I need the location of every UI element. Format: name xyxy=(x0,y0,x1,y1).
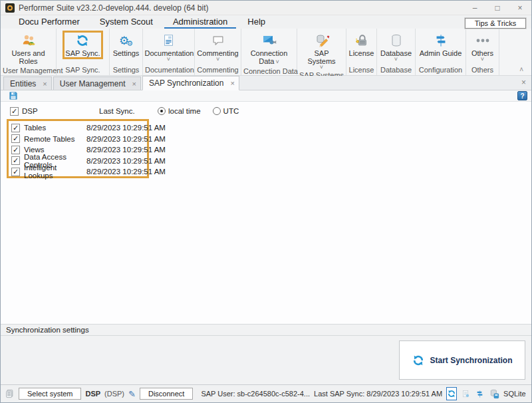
ribbon-group-others: Others˅ Others xyxy=(466,29,499,75)
intelligent-lookups-checkbox[interactable]: ✓ xyxy=(11,168,20,176)
ribbon-group-label: SAP Sync. xyxy=(57,65,109,75)
database-pencil-icon xyxy=(314,33,330,49)
database-icon xyxy=(389,33,404,49)
chevron-down-icon: ˅ xyxy=(300,65,343,70)
help-button[interactable]: ? xyxy=(517,91,527,100)
select-system-button[interactable]: Select system xyxy=(19,388,81,400)
documentation-button[interactable]: Documentation˅ xyxy=(143,31,194,63)
ribbon: Users and Roles User Management SAP Sync… xyxy=(1,29,531,76)
system-row: ✓ DSP Last Sync. local time UTC xyxy=(1,105,531,117)
ribbon-group-settings: ⚙⚙ Settings Settings xyxy=(110,29,143,75)
chevron-down-icon: ˅ xyxy=(380,57,412,62)
tab-help[interactable]: Help xyxy=(239,15,274,29)
last-sap-sync-status: Last SAP Sync: 8/29/2023 10:29:51 AM xyxy=(314,390,442,398)
ribbon-group-label: Others xyxy=(466,65,499,75)
chevron-down-icon: ˅ xyxy=(275,59,279,65)
radio-local-time[interactable]: local time xyxy=(158,107,201,115)
radio-utc[interactable]: UTC xyxy=(213,107,239,115)
tab-close-icon[interactable]: × xyxy=(132,80,136,88)
doc-tab-sap-synchronization[interactable]: SAP Synchronization × xyxy=(142,76,239,90)
commenting-button[interactable]: Commenting˅ xyxy=(195,31,241,63)
save-icon[interactable] xyxy=(9,91,18,100)
document-icon xyxy=(162,33,176,49)
database-button[interactable]: Database˅ xyxy=(378,31,414,63)
remote-tables-checkbox[interactable]: ✓ xyxy=(11,134,20,143)
log-document-button[interactable] xyxy=(461,387,471,400)
others-button[interactable]: Others˅ xyxy=(468,31,497,63)
ribbon-group-commenting: Commenting˅ Commenting xyxy=(195,29,241,75)
tables-checkbox[interactable]: ✓ xyxy=(11,124,20,132)
list-item[interactable]: ✓ Tables 8/29/2023 10:29:51 AM xyxy=(11,122,147,134)
tabstrip-close-icon[interactable]: × xyxy=(521,78,526,87)
tab-administration[interactable]: Administration xyxy=(164,15,236,29)
ribbon-group-license: License License xyxy=(346,29,377,75)
ribbon-group-sap-sync: SAP Sync. SAP Sync. xyxy=(57,29,110,75)
views-checkbox[interactable]: ✓ xyxy=(11,146,20,154)
bottom-panel: Start Synchronization xyxy=(1,336,531,384)
app-logo-icon xyxy=(5,3,15,13)
disconnect-button[interactable]: Disconnect xyxy=(140,388,193,400)
settings-button[interactable]: ⚙⚙ Settings xyxy=(110,31,142,58)
maximize-button[interactable]: □ xyxy=(486,1,509,15)
signpost-status-button[interactable] xyxy=(475,387,485,400)
sap-user-status: SAP User: sb-c264580c-c582-4... xyxy=(201,390,310,398)
chevron-down-icon: ˅ xyxy=(145,57,193,62)
start-synchronization-button[interactable]: Start Synchronization xyxy=(399,340,525,380)
system-code-suffix: (DSP) xyxy=(104,390,124,398)
radio-dot xyxy=(158,107,166,115)
ribbon-group-documentation: Documentation˅ Documentation xyxy=(143,29,195,75)
ribbon-group-label: Configuration xyxy=(416,65,466,75)
data-access-controls-checkbox[interactable]: ✓ xyxy=(11,156,20,165)
sync-icon xyxy=(75,33,90,49)
chevron-down-icon: ˅ xyxy=(197,57,238,62)
close-button[interactable]: × xyxy=(509,1,531,15)
app-window: Performer Suite v23.2.0-develop.444. dev… xyxy=(0,0,532,403)
ribbon-group-connection-data: Connection Data˅ Connection Data xyxy=(241,29,297,75)
tab-system-scout[interactable]: System Scout xyxy=(91,15,162,29)
gears-icon: ⚙⚙ xyxy=(119,33,133,49)
signpost-icon xyxy=(434,33,448,49)
dsp-checkbox[interactable]: ✓ xyxy=(10,107,19,116)
chevron-down-icon: ˅ xyxy=(471,57,493,62)
system-code: DSP xyxy=(85,390,100,398)
ribbon-group-label: License xyxy=(346,65,376,75)
ribbon-collapse-icon[interactable]: ˄ xyxy=(519,66,523,73)
tab-close-icon[interactable]: × xyxy=(43,80,47,88)
ellipsis-icon xyxy=(475,33,491,49)
admin-guide-button[interactable]: Admin Guide xyxy=(417,31,465,58)
radio-dot xyxy=(213,107,221,115)
doc-tab-user-management[interactable]: User Management × xyxy=(53,76,141,90)
connection-data-button[interactable]: Connection Data˅ xyxy=(243,31,296,67)
window-title: Performer Suite v23.2.0-develop.444. dev… xyxy=(19,3,464,13)
connection-icon xyxy=(261,33,277,49)
minimize-button[interactable]: – xyxy=(464,1,486,15)
dsp-checkbox-label: DSP xyxy=(22,107,38,115)
ribbon-group-user-management: Users and Roles User Management xyxy=(1,29,57,75)
statusbar: Select system DSP (DSP) ✎ Disconnect SAP… xyxy=(1,384,531,402)
sync-object-list: ✓ Tables 8/29/2023 10:29:51 AM ✓ Remote … xyxy=(7,119,149,178)
users-and-roles-button[interactable]: Users and Roles xyxy=(2,31,55,66)
last-sync-column-label: Last Sync. xyxy=(99,107,135,115)
edit-pen-icon[interactable]: ✎ xyxy=(128,389,136,399)
tips-and-tricks-button[interactable]: Tips & Tricks xyxy=(465,18,526,29)
license-button[interactable]: License xyxy=(346,31,376,58)
sync-settings-header[interactable]: Synchronization settings xyxy=(1,324,531,336)
document-tabstrip: Entities × User Management × SAP Synchro… xyxy=(1,76,531,90)
tab-docu-performer[interactable]: Docu Performer xyxy=(10,15,88,29)
doc-tab-entities[interactable]: Entities × xyxy=(3,76,52,90)
ribbon-group-sap-systems: SAP Systems˅ SAP Systems xyxy=(297,29,346,75)
users-icon xyxy=(21,33,37,49)
sap-systems-button[interactable]: SAP Systems˅ xyxy=(297,31,346,70)
db-engine-label: SQLite xyxy=(503,390,526,398)
ribbon-group-database: Database˅ Database xyxy=(377,29,416,75)
ribbon-filler: ˄ xyxy=(499,29,531,75)
sap-sync-button[interactable]: SAP Sync. xyxy=(63,31,102,59)
sync-status-button[interactable] xyxy=(446,387,457,400)
ribbon-group-label: Documentation xyxy=(143,65,194,75)
system-list-icon[interactable] xyxy=(5,388,15,399)
list-item[interactable]: ✓ Remote Tables 8/29/2023 10:29:51 AM xyxy=(11,134,147,145)
tab-close-icon[interactable]: × xyxy=(230,79,234,87)
ribbon-group-configuration: Admin Guide Configuration xyxy=(416,29,466,75)
list-item[interactable]: ✓ Intelligent Lookups 8/29/2023 10:29:51… xyxy=(11,166,147,178)
ribbon-tab-bar: Docu Performer System Scout Administrati… xyxy=(1,15,531,29)
